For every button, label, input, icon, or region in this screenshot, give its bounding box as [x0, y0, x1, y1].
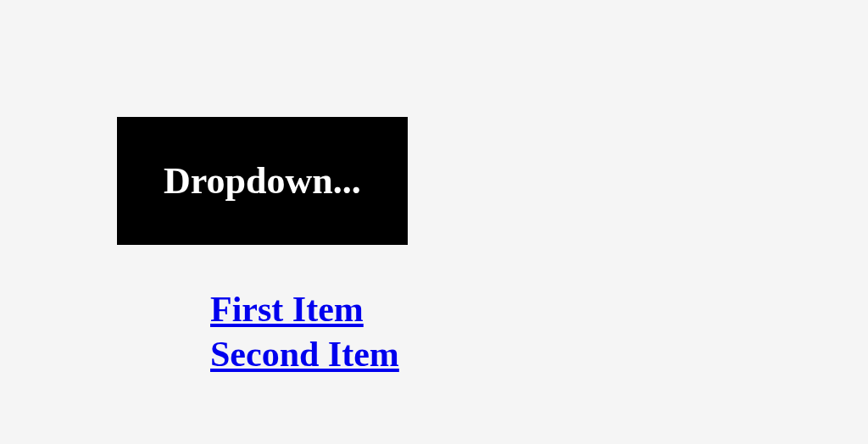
dropdown-menu: First Item Second Item: [210, 287, 408, 376]
dropdown-container: Dropdown... First Item Second Item: [117, 117, 408, 376]
dropdown-item-second[interactable]: Second Item: [210, 332, 399, 377]
dropdown-item-first[interactable]: First Item: [210, 287, 364, 332]
dropdown-button[interactable]: Dropdown...: [117, 117, 408, 245]
